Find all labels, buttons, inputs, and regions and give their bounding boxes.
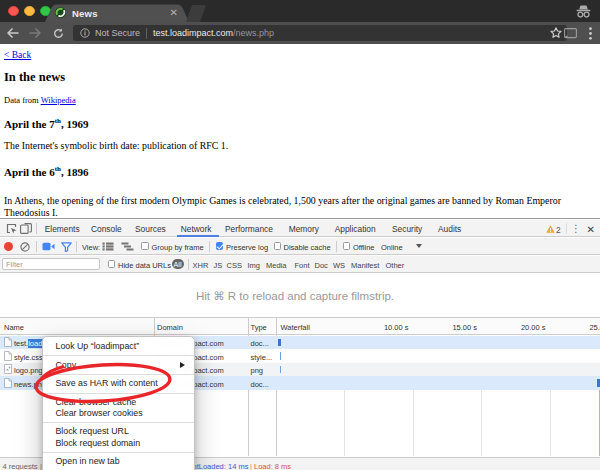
filter-input[interactable] <box>2 258 100 270</box>
menu-item-open-in-new-tab[interactable]: Open in new tab <box>43 456 194 467</box>
favicon <box>55 7 66 18</box>
time-label: 15.00 s <box>442 323 477 332</box>
info-icon[interactable] <box>80 28 90 38</box>
disable-cache-checkbox[interactable] <box>274 242 282 250</box>
back-button[interactable] <box>4 22 22 44</box>
request-type: doc... <box>251 339 269 348</box>
back-link[interactable]: < Back <box>4 50 31 60</box>
throttling-dropdown-arrow[interactable] <box>416 244 422 248</box>
waterfall-bar[interactable] <box>280 366 281 374</box>
waterfall-bar[interactable] <box>280 352 281 360</box>
browser-toolbar: Not Secure test.loadimpact.com/news.php <box>0 22 600 44</box>
cast-icon[interactable] <box>562 22 578 44</box>
menu-item-clear-browser-cache[interactable]: Clear browser cache <box>43 397 194 408</box>
menu-item-block-request-domain[interactable]: Block request domain <box>43 438 194 449</box>
hide-data-urls-label: Hide data URLs <box>118 261 171 270</box>
clear-button[interactable] <box>20 242 30 254</box>
filter-type-other[interactable]: Other <box>386 261 405 270</box>
article-body: In Athens, the opening of the first mode… <box>4 195 582 219</box>
devtools-menu-icon[interactable]: ⋮ <box>571 223 581 234</box>
filter-icon[interactable] <box>61 242 72 254</box>
inspect-element-icon[interactable] <box>6 223 17 236</box>
filter-separator <box>188 259 189 270</box>
network-toolbar: View: Group by frame Preserve log Disabl… <box>0 238 600 255</box>
reload-button[interactable] <box>49 22 67 44</box>
active-tab-underline <box>177 235 219 237</box>
view-list-icon[interactable] <box>102 242 114 253</box>
group-by-frame-checkbox[interactable] <box>141 242 149 250</box>
device-toolbar-icon[interactable] <box>20 223 32 236</box>
image-icon <box>4 364 12 376</box>
menu-item-copy[interactable]: Copy <box>43 360 194 371</box>
urlbar-separator <box>146 28 147 39</box>
menu-separator <box>43 422 194 423</box>
preserve-log-checkbox[interactable] <box>216 242 224 250</box>
column-domain[interactable]: Domain <box>157 323 183 332</box>
filter-type-font[interactable]: Font <box>295 261 310 270</box>
devtools-tab-network[interactable]: Network <box>181 224 212 234</box>
capture-screenshots-icon[interactable] <box>42 242 55 253</box>
wikipedia-link[interactable]: Wikipedia <box>41 95 76 105</box>
filter-type-css[interactable]: CSS <box>227 261 242 270</box>
filter-type-img[interactable]: Img <box>248 261 261 270</box>
grid-header: Name Domain Type Waterfall 10.00 s 15.00… <box>0 318 600 335</box>
waterfall-bar[interactable] <box>278 339 281 347</box>
menu-item-block-request-url[interactable]: Block request URL <box>43 426 194 437</box>
devtools-tabbar: Elements Console Sources Network Perform… <box>0 220 600 237</box>
time-label: 10.00 s <box>374 323 409 332</box>
filter-type-xhr[interactable]: XHR <box>193 261 209 270</box>
devtools-tab-memory[interactable]: Memory <box>289 224 319 234</box>
offline-checkbox[interactable] <box>343 242 351 250</box>
tabbar-separator <box>36 223 37 234</box>
group-by-frame-label: Group by frame <box>152 243 204 252</box>
devtools-tab-security[interactable]: Security <box>392 224 422 234</box>
filter-type-manifest[interactable]: Manifest <box>351 261 379 270</box>
context-menu: Look Up “loadimpact” Copy Save as HAR wi… <box>42 336 195 470</box>
devtools-close-icon[interactable]: ✕ <box>587 224 595 235</box>
devtools-tab-elements[interactable]: Elements <box>45 224 80 234</box>
devtools-tab-audits[interactable]: Audits <box>438 224 461 234</box>
view-waterfall-icon[interactable] <box>121 242 134 253</box>
menu-item-clear-browser-cookies[interactable]: Clear browser cookies <box>43 408 194 419</box>
hide-data-urls-checkbox[interactable] <box>108 260 116 268</box>
view-label: View: <box>82 243 100 252</box>
throttling-select[interactable]: Online <box>381 243 403 252</box>
offline-label: Offline <box>353 243 375 252</box>
forward-button[interactable] <box>26 22 44 44</box>
request-count: 4 requests <box>3 462 38 470</box>
disable-cache-label: Disable cache <box>284 243 331 252</box>
submenu-arrow-icon <box>180 362 185 368</box>
column-waterfall[interactable]: Waterfall <box>281 323 310 332</box>
toolbar-separator <box>336 241 337 252</box>
menu-item-save-as-har[interactable]: Save as HAR with content <box>43 378 194 389</box>
filter-type-media[interactable]: Media <box>266 261 286 270</box>
close-window-button[interactable] <box>8 6 19 17</box>
filter-type-all[interactable]: All <box>172 259 184 269</box>
devtools-tab-performance[interactable]: Performance <box>225 224 273 234</box>
filter-type-doc[interactable]: Doc <box>315 261 328 270</box>
devtools-tab-application[interactable]: Application <box>335 224 376 234</box>
document-icon <box>4 337 12 349</box>
menu-separator <box>43 374 194 375</box>
devtools-tab-console[interactable]: Console <box>91 224 122 234</box>
column-type[interactable]: Type <box>251 323 267 332</box>
filter-type-js[interactable]: JS <box>214 261 223 270</box>
request-name: logo.png <box>14 366 43 375</box>
browser-tab-news[interactable]: News ✕ <box>45 4 185 22</box>
devtools-tab-sources[interactable]: Sources <box>135 224 166 234</box>
address-bar[interactable]: Not Secure test.loadimpact.com/news.php <box>73 25 567 41</box>
filter-type-ws[interactable]: WS <box>333 261 345 270</box>
document-icon <box>4 378 12 390</box>
tab-close-icon[interactable]: ✕ <box>170 7 178 18</box>
warning-count[interactable]: 2 <box>556 225 561 235</box>
request-type: png <box>251 366 264 375</box>
bookmark-star-icon[interactable] <box>550 27 562 41</box>
network-filter-bar: Hide data URLs All XHR JS CSS Img Media … <box>0 256 600 273</box>
menu-separator <box>43 452 194 453</box>
browser-menu-icon[interactable] <box>582 22 598 44</box>
record-button[interactable] <box>4 242 13 251</box>
minimize-window-button[interactable] <box>24 6 35 17</box>
warning-icon[interactable] <box>546 225 555 235</box>
column-name[interactable]: Name <box>4 323 24 332</box>
menu-item-look-up[interactable]: Look Up “loadimpact” <box>43 341 194 352</box>
